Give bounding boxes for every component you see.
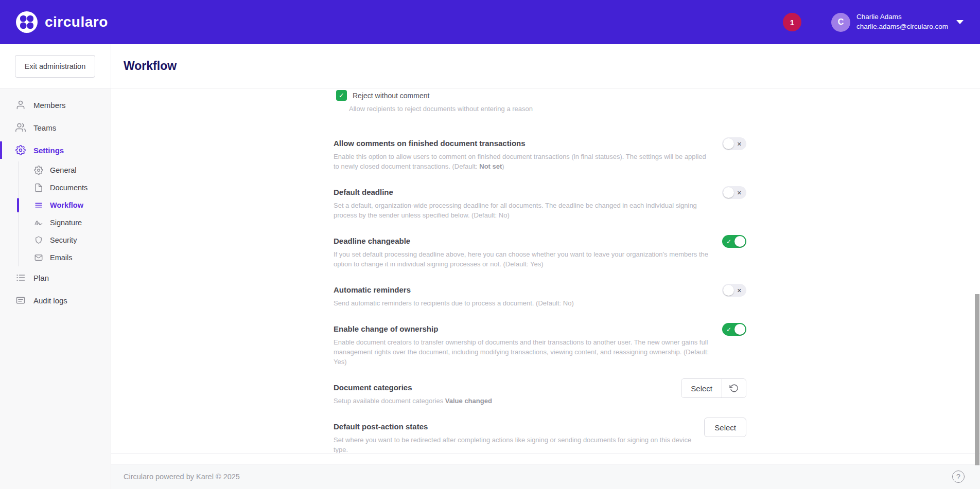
general-icon	[34, 166, 43, 175]
notification-badge[interactable]: 1	[783, 13, 801, 31]
select-button[interactable]: Select	[681, 379, 722, 397]
signature-icon	[34, 218, 43, 227]
setting-row: Default deadline Set a default, organiza…	[334, 187, 746, 220]
setting-control: Select	[704, 422, 746, 455]
sidebar-item-plan[interactable]: Plan	[0, 266, 111, 289]
setting-row: Document categories Setup available docu…	[334, 383, 746, 406]
sidebar-item-security[interactable]: Security	[0, 231, 111, 249]
toggle-knob	[734, 324, 745, 335]
workflow-icon	[34, 201, 43, 210]
setting-title: Enable change of ownership	[334, 324, 712, 334]
setting-title: Allow comments on finished document tran…	[334, 138, 712, 148]
sidebar-item-documents[interactable]: Documents	[0, 179, 111, 196]
sidebar-item-audit-logs[interactable]: Audit logs	[0, 289, 111, 312]
sidebar-item-label: Teams	[33, 123, 56, 132]
settings-icon	[15, 145, 26, 155]
undo-icon[interactable]	[722, 379, 746, 397]
sidebar-item-label: Plan	[33, 274, 49, 282]
sidebar-item-teams[interactable]: Teams	[0, 116, 111, 139]
sidebar-item-settings[interactable]: Settings	[0, 139, 111, 161]
user-info[interactable]: Charlie Adams charlie.adams@circularo.co…	[856, 12, 948, 32]
setting-control: Select	[681, 383, 746, 406]
emails-icon	[34, 253, 43, 262]
toggle-knob	[734, 236, 745, 247]
setting-description: Set where you want to be redirected afte…	[334, 435, 694, 455]
setting-title: Default post-action states	[334, 422, 694, 431]
setting-description: Enable document creators to transfer own…	[334, 337, 712, 367]
reject-without-comment-option: ✓ Reject without comment	[336, 90, 980, 101]
setting-description: Enable this option to allow users to com…	[334, 152, 712, 171]
check-icon: ✓	[726, 326, 731, 333]
app-header: circularo 1 C Charlie Adams charlie.adam…	[0, 0, 980, 44]
user-email: charlie.adams@circularo.com	[856, 22, 948, 32]
x-icon: ✕	[737, 287, 742, 294]
setting-row: Default post-action states Set where you…	[334, 422, 746, 455]
sidebar-item-label: Emails	[50, 253, 73, 262]
toggle-off[interactable]: ✕	[722, 284, 746, 297]
sidebar-item-emails[interactable]: Emails	[0, 249, 111, 266]
exit-administration-button[interactable]: Exit administration	[15, 55, 95, 78]
toggle-knob	[723, 138, 734, 149]
select-button[interactable]: Select	[704, 418, 746, 437]
setting-control: ✓	[722, 324, 746, 367]
sidebar: Exit administration Members Teams Settin…	[0, 44, 111, 489]
setting-row: Automatic reminders Send automatic remin…	[334, 285, 746, 308]
setting-control: ✕	[722, 187, 746, 220]
sidebar-item-signature[interactable]: Signature	[0, 214, 111, 231]
page-title: Workflow	[124, 59, 177, 73]
settings-list: Allow comments on finished document tran…	[334, 138, 746, 455]
sidebar-nav: Members Teams Settings General Documents…	[0, 88, 111, 312]
main-panel: Workflow ✓ Reject without comment Allow …	[111, 44, 980, 489]
scrollbar-thumb[interactable]	[975, 294, 979, 465]
setting-title: Document categories	[334, 383, 492, 392]
setting-row: Deadline changeable If you set default p…	[334, 236, 746, 269]
setting-row: Allow comments on finished document tran…	[334, 138, 746, 171]
sidebar-item-label: Settings	[33, 146, 64, 155]
user-name: Charlie Adams	[856, 12, 948, 22]
help-icon[interactable]: ?	[952, 470, 965, 483]
setting-description: Setup available document categories Valu…	[334, 396, 492, 406]
sidebar-item-label: Signature	[50, 219, 82, 227]
sidebar-item-workflow[interactable]: Workflow	[0, 196, 111, 214]
plan-icon	[15, 273, 26, 283]
setting-description: Set a default, organization-wide process…	[334, 201, 712, 220]
toggle-on[interactable]: ✓	[722, 323, 746, 336]
x-icon: ✕	[737, 140, 742, 147]
header-right: 1 C Charlie Adams charlie.adams@circular…	[783, 12, 964, 32]
members-icon	[15, 100, 26, 110]
select-undo-button-group: Select	[681, 378, 746, 398]
documents-icon	[34, 183, 43, 192]
toggle-off[interactable]: ✕	[722, 186, 746, 199]
sidebar-item-label: Members	[33, 101, 66, 110]
sidebar-item-label: Security	[50, 236, 77, 244]
sidebar-item-members[interactable]: Members	[0, 94, 111, 116]
toggle-knob	[723, 285, 734, 296]
sidebar-item-label: Audit logs	[33, 296, 67, 305]
toggle-on[interactable]: ✓	[722, 235, 746, 248]
setting-control: ✕	[722, 285, 746, 308]
checkbox-label: Reject without comment	[353, 92, 429, 100]
brand-name: circularo	[45, 14, 108, 30]
avatar[interactable]: C	[831, 13, 850, 32]
sidebar-item-label: General	[50, 166, 77, 174]
security-icon	[34, 236, 43, 245]
checkbox-checked[interactable]: ✓	[336, 90, 347, 101]
setting-title: Default deadline	[334, 187, 712, 197]
audit-logs-icon	[15, 295, 26, 305]
app-footer: Circularo powered by Karel © 2025 ?	[111, 464, 980, 489]
setting-description: If you set default processing deadline a…	[334, 249, 712, 269]
chevron-down-icon[interactable]	[956, 20, 964, 24]
toggle-knob	[723, 187, 734, 198]
footer-copyright: Circularo powered by Karel © 2025	[124, 473, 240, 481]
settings-content: ✓ Reject without comment Allow recipient…	[111, 88, 980, 464]
setting-title: Automatic reminders	[334, 285, 574, 295]
brand[interactable]: circularo	[15, 11, 108, 33]
toggle-off[interactable]: ✕	[722, 137, 746, 150]
teams-icon	[15, 122, 26, 133]
setting-control: ✓	[722, 236, 746, 269]
x-icon: ✕	[737, 189, 742, 196]
checkbox-description: Allow recipients to reject documents wit…	[349, 105, 980, 113]
sidebar-item-general[interactable]: General	[0, 161, 111, 179]
setting-control: ✕	[722, 138, 746, 171]
circularo-logo-icon	[15, 11, 38, 33]
